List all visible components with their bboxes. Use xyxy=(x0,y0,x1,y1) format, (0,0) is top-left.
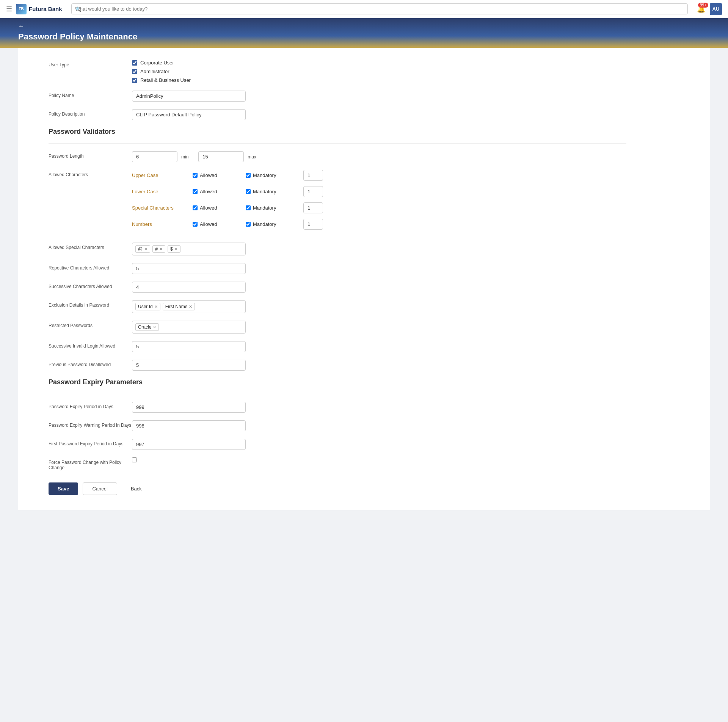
allowed-characters-table: Upper Case Allowed Mandatory Lower Case … xyxy=(132,170,626,235)
previous-password-field-wrap xyxy=(132,360,626,371)
char-mandatory-lowercase-check[interactable] xyxy=(246,189,251,194)
char-mandatory-uppercase: Mandatory xyxy=(246,172,299,178)
back-arrow-icon[interactable]: ← xyxy=(18,23,24,30)
divider-expiry xyxy=(49,394,626,394)
checkbox-corporate-user[interactable]: Corporate User xyxy=(132,60,626,66)
checkbox-retail-business[interactable]: Retail & Business User xyxy=(132,77,626,83)
checkbox-administrator[interactable]: Administrator xyxy=(132,69,626,74)
successive-invalid-login-input[interactable] xyxy=(132,341,246,352)
password-length-max-input[interactable] xyxy=(198,151,244,162)
tag-at: @ ✕ xyxy=(135,245,150,253)
char-allowed-uppercase: Allowed xyxy=(193,172,246,178)
force-change-label: Force Password Change with Policy Change xyxy=(49,457,132,470)
previous-password-input[interactable] xyxy=(132,360,246,371)
successive-chars-input[interactable] xyxy=(132,282,246,293)
char-allowed-lowercase-check[interactable] xyxy=(193,189,198,194)
password-length-label: Password Length xyxy=(49,151,132,159)
search-icon: 🔍 xyxy=(75,6,81,12)
char-count-special-input[interactable] xyxy=(303,202,323,213)
allowed-special-chars-tags[interactable]: @ ✕ # ✕ $ ✕ xyxy=(132,243,246,255)
policy-name-input[interactable] xyxy=(132,91,246,102)
policy-description-input[interactable] xyxy=(132,109,246,120)
char-mandatory-numbers-label: Mandatory xyxy=(253,221,276,227)
search-input[interactable] xyxy=(71,3,688,14)
cancel-button[interactable]: Cancel xyxy=(83,482,117,495)
char-count-uppercase-input[interactable] xyxy=(303,170,323,181)
successive-chars-field-wrap xyxy=(132,282,626,293)
exclusion-details-row: Exclusion Details in Password User Id ✕ … xyxy=(49,300,626,313)
restricted-passwords-tags[interactable]: Oracle ✕ xyxy=(132,321,246,334)
char-name-numbers: Numbers xyxy=(132,221,193,227)
char-mandatory-lowercase: Mandatory xyxy=(246,189,299,194)
policy-description-row: Policy Description xyxy=(49,109,626,120)
checkbox-administrator-label: Administrator xyxy=(140,69,169,74)
search-box: 🔍 xyxy=(71,3,688,14)
tag-oracle-remove[interactable]: ✕ xyxy=(153,325,156,330)
expiry-warning-field-wrap xyxy=(132,420,626,431)
char-count-lowercase-input[interactable] xyxy=(303,186,323,197)
successive-invalid-login-field-wrap xyxy=(132,341,626,352)
char-mandatory-uppercase-check[interactable] xyxy=(246,173,251,178)
char-mandatory-special: Mandatory xyxy=(246,205,299,211)
repetitive-chars-field-wrap xyxy=(132,263,626,274)
tag-hash-remove[interactable]: ✕ xyxy=(159,247,163,252)
force-change-row: Force Password Change with Policy Change xyxy=(49,457,626,470)
exclusion-details-field-wrap: User Id ✕ First Name ✕ xyxy=(132,300,626,313)
save-button[interactable]: Save xyxy=(49,482,78,495)
policy-name-row: Policy Name xyxy=(49,91,626,102)
char-mandatory-special-check[interactable] xyxy=(246,205,251,210)
char-allowed-uppercase-check[interactable] xyxy=(193,173,198,178)
divider-validators xyxy=(49,143,626,144)
allowed-special-chars-label: Allowed Special Characters xyxy=(49,243,132,250)
allowed-special-chars-row: Allowed Special Characters @ ✕ # ✕ $ ✕ xyxy=(49,243,626,255)
hamburger-icon[interactable]: ☰ xyxy=(6,5,12,13)
repetitive-chars-row: Repetitive Characters Allowed xyxy=(49,263,626,274)
repetitive-chars-input[interactable] xyxy=(132,263,246,274)
policy-description-label: Policy Description xyxy=(49,109,132,117)
allowed-characters-row: Allowed Characters Upper Case Allowed Ma… xyxy=(49,170,626,235)
tag-dollar-remove[interactable]: ✕ xyxy=(174,247,178,252)
user-type-label: User Type xyxy=(49,60,132,67)
allowed-special-chars-input: @ ✕ # ✕ $ ✕ xyxy=(132,243,626,255)
tag-firstname-remove[interactable]: ✕ xyxy=(189,304,192,309)
password-length-min-input[interactable] xyxy=(132,151,177,162)
expiry-period-input[interactable] xyxy=(132,402,246,413)
char-allowed-special-check[interactable] xyxy=(193,205,198,210)
notification-icon[interactable]: 🔔 99+ xyxy=(697,5,705,13)
tag-hash: # ✕ xyxy=(152,245,165,253)
restricted-passwords-label: Restricted Passwords xyxy=(49,321,132,328)
exclusion-details-tags[interactable]: User Id ✕ First Name ✕ xyxy=(132,300,246,313)
checkbox-administrator-input[interactable] xyxy=(132,69,137,74)
avatar[interactable]: AU xyxy=(710,3,722,15)
min-label: min xyxy=(181,154,188,160)
policy-description-field-wrap xyxy=(132,109,626,120)
password-expiry-heading: Password Expiry Parameters xyxy=(49,378,626,386)
char-count-numbers-input[interactable] xyxy=(303,219,323,230)
char-mandatory-uppercase-label: Mandatory xyxy=(253,172,276,178)
first-expiry-input[interactable] xyxy=(132,439,246,450)
tag-at-remove[interactable]: ✕ xyxy=(144,247,147,252)
char-mandatory-special-label: Mandatory xyxy=(253,205,276,211)
expiry-period-field-wrap xyxy=(132,402,626,413)
expiry-warning-input[interactable] xyxy=(132,420,246,431)
char-allowed-lowercase: Allowed xyxy=(193,189,246,194)
char-allowed-lowercase-label: Allowed xyxy=(200,189,217,194)
brand: FB Futura Bank xyxy=(16,4,62,14)
expiry-period-row: Password Expiry Period in Days xyxy=(49,402,626,413)
char-mandatory-numbers-check[interactable] xyxy=(246,222,251,227)
force-change-checkbox[interactable] xyxy=(132,457,137,462)
allowed-characters-label: Allowed Characters xyxy=(49,170,132,177)
back-button[interactable]: Back xyxy=(122,482,151,495)
tag-userid-remove[interactable]: ✕ xyxy=(154,304,158,309)
successive-invalid-login-row: Successive Invalid Login Allowed xyxy=(49,341,626,352)
char-allowed-numbers-check[interactable] xyxy=(193,222,198,227)
first-expiry-row: First Password Expiry Period in Days xyxy=(49,439,626,450)
exclusion-details-label: Exclusion Details in Password xyxy=(49,300,132,308)
max-label: max xyxy=(248,154,256,160)
checkbox-corporate-user-input[interactable] xyxy=(132,60,137,66)
page-header: ← Password Policy Maintenance xyxy=(0,18,728,48)
checkbox-retail-business-input[interactable] xyxy=(132,78,137,83)
char-allowed-special: Allowed xyxy=(193,205,246,211)
char-row-special: Special Characters Allowed Mandatory xyxy=(132,202,626,213)
char-name-lowercase: Lower Case xyxy=(132,189,193,194)
